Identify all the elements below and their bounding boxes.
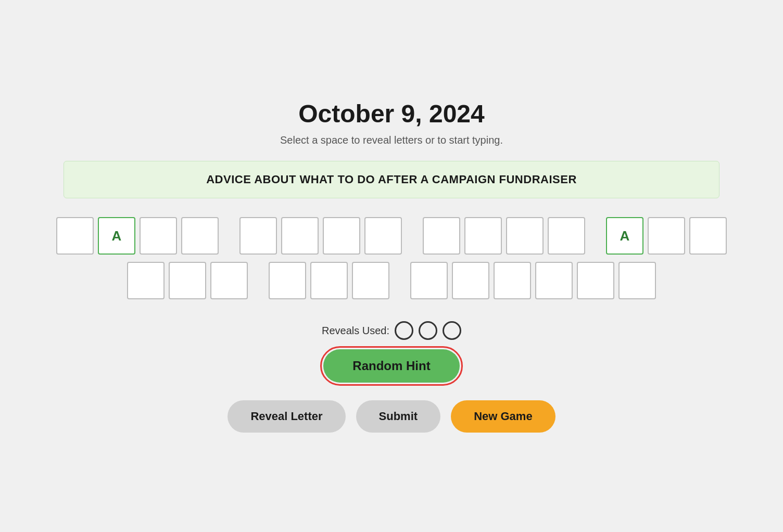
submit-button[interactable]: Submit <box>356 400 441 433</box>
letter-cell[interactable]: A <box>606 217 643 255</box>
word-spacer <box>394 262 406 299</box>
reveal-letter-button[interactable]: Reveal Letter <box>228 400 345 433</box>
letter-cell[interactable] <box>452 262 489 299</box>
letter-cell[interactable] <box>464 217 502 255</box>
letter-cell[interactable] <box>494 262 531 299</box>
letter-cell[interactable] <box>169 262 206 299</box>
letter-row-1: A A <box>56 217 727 255</box>
letter-cell[interactable] <box>689 217 727 255</box>
letter-cell[interactable] <box>239 217 277 255</box>
letter-cell[interactable] <box>210 262 248 299</box>
letter-cell[interactable] <box>140 217 177 255</box>
letter-cell[interactable] <box>535 262 573 299</box>
date-title: October 9, 2024 <box>298 99 485 128</box>
new-game-button[interactable]: New Game <box>451 400 555 433</box>
letter-cell[interactable] <box>410 262 448 299</box>
word-spacer <box>589 217 602 255</box>
letter-cell[interactable] <box>423 217 460 255</box>
letter-cell[interactable] <box>269 262 306 299</box>
letter-cell[interactable] <box>648 217 685 255</box>
reveals-section: Reveals Used: Random Hint <box>322 321 461 383</box>
game-container: October 9, 2024 Select a space to reveal… <box>27 79 756 453</box>
subtitle: Select a space to reveal letters or to s… <box>280 134 503 146</box>
reveal-circle-2 <box>419 321 437 340</box>
word-spacer <box>223 217 235 255</box>
letter-grid: A A <box>64 217 719 299</box>
reveal-circle-3 <box>443 321 461 340</box>
word-spacer <box>252 262 264 299</box>
word-spacer <box>406 217 419 255</box>
letter-cell[interactable] <box>618 262 656 299</box>
clue-text: ADVICE ABOUT WHAT TO DO AFTER A CAMPAIGN… <box>206 173 577 186</box>
reveal-circle-1 <box>395 321 413 340</box>
letter-cell[interactable] <box>548 217 585 255</box>
letter-row-2 <box>127 262 656 299</box>
clue-box: ADVICE ABOUT WHAT TO DO AFTER A CAMPAIGN… <box>64 161 719 198</box>
letter-cell[interactable] <box>181 217 219 255</box>
letter-cell[interactable] <box>323 217 360 255</box>
letter-cell[interactable] <box>352 262 389 299</box>
reveals-row: Reveals Used: <box>322 321 461 340</box>
letter-cell[interactable] <box>577 262 614 299</box>
letter-cell[interactable]: A <box>98 217 135 255</box>
letter-cell[interactable] <box>127 262 165 299</box>
letter-cell[interactable] <box>506 217 544 255</box>
random-hint-button[interactable]: Random Hint <box>323 349 459 383</box>
letter-cell[interactable] <box>364 217 402 255</box>
bottom-buttons: Reveal Letter Submit New Game <box>228 400 555 433</box>
letter-cell[interactable] <box>281 217 319 255</box>
reveals-label: Reveals Used: <box>322 325 389 337</box>
letter-cell[interactable] <box>56 217 94 255</box>
letter-cell[interactable] <box>310 262 348 299</box>
